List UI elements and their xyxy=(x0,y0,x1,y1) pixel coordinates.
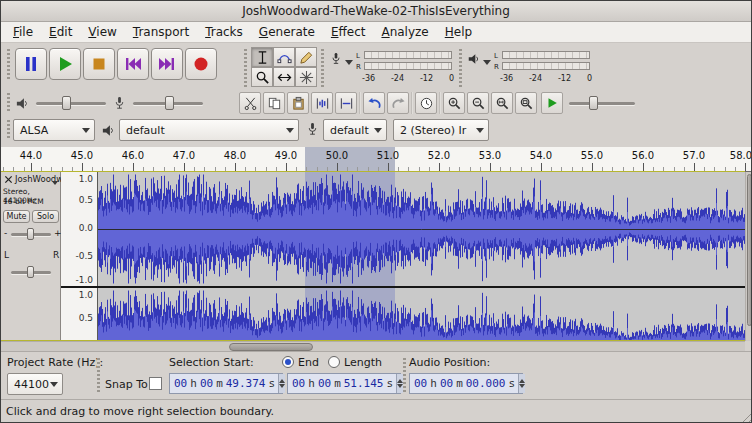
slider-thumb[interactable] xyxy=(589,96,598,110)
redo-button[interactable] xyxy=(387,92,409,114)
silence-audio-button[interactable] xyxy=(335,92,357,114)
timeshift-tool-button[interactable] xyxy=(273,67,295,87)
multi-tool-button[interactable] xyxy=(295,67,317,87)
chevron-down-icon[interactable] xyxy=(483,60,491,69)
device-toolbar-grip[interactable] xyxy=(7,120,10,140)
selection-toolbar-grip[interactable] xyxy=(403,358,406,394)
waveform-channel-1[interactable] xyxy=(98,172,745,286)
input-volume-slider[interactable] xyxy=(133,95,203,111)
spinner-up-icon[interactable] xyxy=(519,376,525,383)
menu-effect[interactable]: Effect xyxy=(323,23,374,41)
slider-thumb[interactable] xyxy=(62,96,71,110)
title-bar[interactable]: JoshWoodward-TheWake-02-ThisIsEverything xyxy=(1,1,751,22)
spinner[interactable] xyxy=(518,374,525,393)
recording-meter[interactable]: L R -36 -24 -12 0 xyxy=(327,47,455,89)
audio-position-seconds[interactable]: 00.000 xyxy=(466,377,506,390)
menu-tracks[interactable]: Tracks xyxy=(197,23,251,41)
timeline-ruler[interactable]: 44.0 45.0 46.0 47.0 48.0 49.0 50.0 51.0 … xyxy=(1,147,752,172)
selection-start-minutes[interactable]: 00 xyxy=(200,377,213,390)
snap-to-checkbox[interactable] xyxy=(149,377,162,390)
output-volume-slider[interactable] xyxy=(36,95,106,111)
menu-edit[interactable]: Edit xyxy=(41,23,80,41)
gain-slider[interactable] xyxy=(11,226,51,242)
selection-end-seconds[interactable]: 51.145 xyxy=(344,377,384,390)
output-device-select[interactable]: default xyxy=(119,119,299,141)
copy-button[interactable] xyxy=(263,92,285,114)
scale-tick-label: -12 xyxy=(558,74,571,83)
end-radio-label[interactable]: End xyxy=(298,356,319,369)
play-at-speed-button[interactable] xyxy=(541,92,563,114)
input-channels-select[interactable]: 2 (Stereo) Ir xyxy=(393,119,489,141)
vertical-ruler[interactable]: 1.0 0.5 0.0 -0.5 -1.0 1.0 0.5 xyxy=(61,172,98,340)
waveform-channel-2[interactable] xyxy=(98,288,745,340)
trim-audio-button[interactable] xyxy=(311,92,333,114)
fit-selection-button[interactable] xyxy=(491,92,513,114)
menu-analyze[interactable]: Analyze xyxy=(373,23,436,41)
end-radio[interactable] xyxy=(282,356,294,368)
horizontal-scrollbar[interactable] xyxy=(1,341,745,351)
mixer-toolbar xyxy=(15,91,229,115)
solo-button[interactable]: Solo xyxy=(32,210,59,223)
vruler-label: 0.5 xyxy=(79,313,93,323)
pause-button[interactable] xyxy=(15,48,47,80)
resize-grip[interactable] xyxy=(739,410,752,423)
spinner-down-icon[interactable] xyxy=(279,384,285,391)
audio-position-minutes[interactable]: 00 xyxy=(440,377,453,390)
slider-thumb[interactable] xyxy=(27,266,34,278)
zoom-out-button[interactable] xyxy=(467,92,489,114)
recording-meter-grip[interactable] xyxy=(321,49,324,87)
undo-button[interactable] xyxy=(363,92,385,114)
menu-view[interactable]: View xyxy=(80,23,124,41)
spinner-down-icon[interactable] xyxy=(519,384,525,391)
selection-end-minutes[interactable]: 00 xyxy=(318,377,331,390)
chevron-down-icon[interactable] xyxy=(345,60,353,69)
zoom-tool-button[interactable] xyxy=(251,67,273,87)
audio-position-field[interactable]: 00 h 00 m 00.000 s xyxy=(409,373,523,394)
project-rate-select[interactable]: 44100 xyxy=(7,373,63,395)
selection-start-field[interactable]: 00 h 00 m 49.374 s xyxy=(169,373,283,394)
tools-toolbar-grip[interactable] xyxy=(244,49,247,87)
fit-project-button[interactable] xyxy=(515,92,537,114)
draw-tool-button[interactable] xyxy=(295,47,317,67)
sync-lock-button[interactable] xyxy=(415,92,437,114)
spinner[interactable] xyxy=(278,374,285,393)
skip-to-start-button[interactable] xyxy=(117,48,149,80)
audio-host-select[interactable]: ALSA xyxy=(13,119,95,141)
horizontal-scrollbar-thumb[interactable] xyxy=(229,343,313,351)
close-icon[interactable] xyxy=(4,175,13,184)
envelope-tool-button[interactable] xyxy=(273,47,295,67)
skip-to-end-button[interactable] xyxy=(151,48,183,80)
mixer-toolbar-grip[interactable] xyxy=(7,93,10,111)
record-button[interactable] xyxy=(185,48,217,80)
selection-end-hours[interactable]: 00 xyxy=(292,377,305,390)
length-radio-label[interactable]: Length xyxy=(344,356,382,369)
slider-thumb[interactable] xyxy=(165,96,174,110)
menu-transport[interactable]: Transport xyxy=(125,23,197,41)
selection-tool-button[interactable] xyxy=(251,47,273,67)
zoom-in-button[interactable] xyxy=(443,92,465,114)
stop-button[interactable] xyxy=(83,48,115,80)
playback-speed-slider[interactable] xyxy=(569,95,635,111)
selection-end-field[interactable]: 00 h 00 m 51.145 s xyxy=(287,373,401,394)
playback-meter[interactable]: L R -36 -24 -12 0 xyxy=(465,47,593,89)
vertical-scrollbar[interactable] xyxy=(745,172,752,341)
pan-slider[interactable] xyxy=(11,264,51,280)
cut-button[interactable] xyxy=(239,92,261,114)
playback-meter-grip[interactable] xyxy=(459,49,462,87)
input-device-select[interactable]: default xyxy=(323,119,387,141)
menu-file[interactable]: File xyxy=(5,23,41,41)
mute-button[interactable]: Mute xyxy=(3,210,30,223)
selection-start-seconds[interactable]: 49.374 xyxy=(226,377,266,390)
vertical-scrollbar-thumb[interactable] xyxy=(747,174,752,326)
transport-toolbar-grip[interactable] xyxy=(7,49,10,79)
spinner-up-icon[interactable] xyxy=(279,376,285,383)
slider-thumb[interactable] xyxy=(27,228,34,240)
paste-button[interactable] xyxy=(287,92,309,114)
selection-start-hours[interactable]: 00 xyxy=(174,377,187,390)
play-button[interactable] xyxy=(49,48,81,80)
selection-toolbar-grip[interactable] xyxy=(97,358,100,394)
menu-help[interactable]: Help xyxy=(437,23,480,41)
length-radio[interactable] xyxy=(328,356,340,368)
menu-generate[interactable]: Generate xyxy=(251,23,323,41)
audio-position-hours[interactable]: 00 xyxy=(414,377,427,390)
